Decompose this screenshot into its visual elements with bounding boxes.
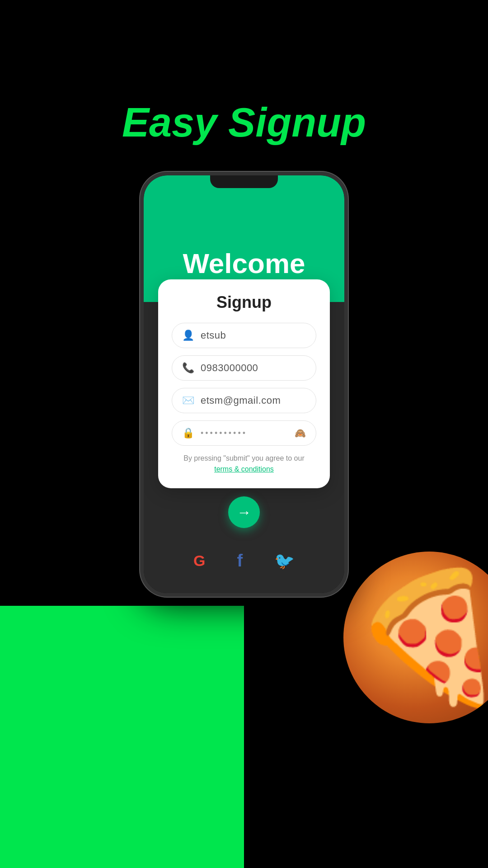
agree-text-prefix: By pressing "submit" you agree to our [183, 454, 305, 462]
email-input[interactable]: etsm@gmail.com [201, 395, 306, 406]
phone-mockup: Welcome Signup 👤 etsub 📞 0983000000 [140, 172, 348, 597]
page-title: Easy Signup [0, 99, 488, 146]
social-icons-group: G f 🐦 [193, 551, 295, 571]
phone-volume-up-button [140, 288, 142, 325]
phone-screen: Welcome Signup 👤 etsub 📞 0983000000 [144, 175, 344, 593]
name-input[interactable]: etsub [201, 330, 306, 341]
password-input-field[interactable]: 🔒 •••••••••• 🙈 [172, 420, 316, 446]
password-input[interactable]: •••••••••• [201, 429, 295, 438]
lock-icon: 🔒 [182, 427, 194, 439]
signup-card: Signup 👤 etsub 📞 0983000000 ✉️ etsm@gmai… [158, 279, 330, 488]
user-icon: 👤 [182, 330, 194, 341]
eye-slash-icon[interactable]: 🙈 [295, 428, 306, 439]
phone-body: Signup 👤 etsub 📞 0983000000 ✉️ etsm@gmai… [144, 302, 344, 593]
phone-volume-down-button [140, 334, 142, 370]
terms-link[interactable]: terms & conditions [214, 465, 274, 473]
phone-input[interactable]: 0983000000 [201, 362, 306, 374]
green-background-block [0, 606, 244, 868]
facebook-icon[interactable]: f [237, 551, 243, 571]
pizza-decoration [343, 552, 488, 723]
twitter-icon[interactable]: 🐦 [274, 552, 295, 571]
arrow-right-icon: → [237, 504, 251, 521]
email-icon: ✉️ [182, 395, 194, 406]
google-icon[interactable]: G [193, 552, 205, 570]
phone-icon: 📞 [182, 362, 194, 374]
phone-silent-button [140, 257, 142, 279]
welcome-heading: Welcome [183, 247, 305, 279]
name-input-field[interactable]: 👤 etsub [172, 323, 316, 348]
phone-power-button [346, 266, 348, 302]
submit-button[interactable]: → [228, 496, 260, 528]
email-input-field[interactable]: ✉️ etsm@gmail.com [172, 388, 316, 413]
phone-input-field[interactable]: 📞 0983000000 [172, 355, 316, 381]
agree-text-block: By pressing "submit" you agree to our te… [172, 453, 316, 475]
signup-title: Signup [172, 293, 316, 312]
phone-notch [210, 175, 278, 188]
